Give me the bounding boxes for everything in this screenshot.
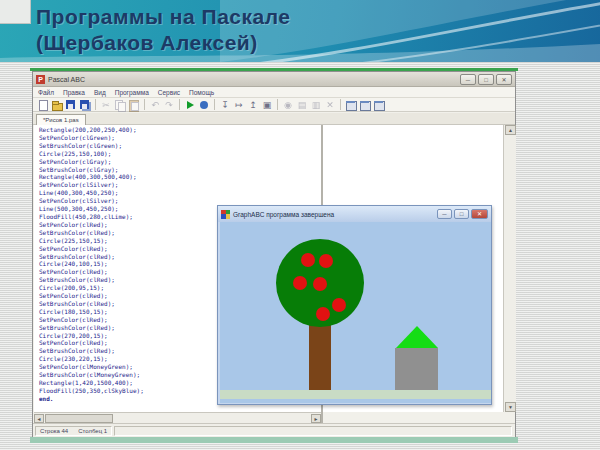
menu-item-1[interactable]: Правка (63, 89, 85, 96)
scroll-down-arrow-icon[interactable]: ▼ (505, 402, 516, 412)
code-line: SetPenColor(clGreen); (39, 134, 144, 142)
code-line: Rectangle(1,420,1500,400); (39, 379, 144, 387)
code-line: SetPenColor(clRed); (39, 292, 144, 300)
graph-close-button[interactable]: ✕ (471, 209, 488, 219)
window-arrange-icon[interactable] (373, 99, 385, 111)
code-line: SetBrushColor(clRed); (39, 300, 144, 308)
horizontal-scroll-thumb[interactable] (45, 414, 113, 423)
code-line: SetPenColor(clRed); (39, 339, 144, 347)
toolbar-separator (340, 99, 341, 110)
ide-menubar: ФайлПравкаВидПрограммаСервисПомощь (33, 87, 515, 97)
redo-icon[interactable]: ↷ (163, 99, 175, 111)
run-icon[interactable] (184, 99, 196, 111)
window-tile-icon[interactable] (359, 99, 371, 111)
apple (293, 276, 307, 290)
graphabc-title: GraphABC программа завершена (233, 211, 334, 218)
close-button[interactable]: ✕ (496, 74, 512, 85)
toolbar-separator (144, 99, 145, 110)
step-over-icon[interactable]: ↦ (233, 99, 245, 111)
code-line: FloodFill(250,350,clSkyBlue); (39, 387, 144, 395)
close-x-icon[interactable]: ✕ (324, 99, 336, 111)
graph-minimize-button[interactable]: ─ (437, 209, 452, 219)
apple (301, 253, 315, 267)
stop-icon[interactable] (198, 99, 210, 111)
step-into-icon[interactable]: ↧ (219, 99, 231, 111)
screenshot-bottom-edge (30, 437, 518, 443)
menu-item-4[interactable]: Сервис (158, 89, 180, 96)
ide-toolbar: ✂↶↷↧↦↥▣◉▤▥✕ (33, 97, 515, 112)
slide-title-line1: Программы на Паскале (36, 5, 290, 29)
sky-background (220, 222, 491, 403)
code-line: Line(400,300,450,250); (39, 189, 144, 197)
minimize-button[interactable]: ─ (460, 74, 476, 85)
run-to-cursor-icon[interactable]: ▣ (261, 99, 273, 111)
watch-icon[interactable]: ◉ (282, 99, 294, 111)
paste-icon[interactable] (128, 99, 140, 111)
status-line: Строка 44 (40, 428, 68, 434)
modules-icon[interactable]: ▥ (310, 99, 322, 111)
slide-corner-box (0, 0, 31, 24)
code-line: SetPenColor(clRed); (39, 245, 144, 253)
window-cascade-icon[interactable] (345, 99, 357, 111)
apple (313, 277, 327, 291)
toolbar-separator (214, 99, 215, 110)
new-file-icon[interactable] (37, 99, 49, 111)
scroll-left-arrow-icon[interactable]: ◄ (34, 414, 44, 423)
frames-icon[interactable]: ▤ (296, 99, 308, 111)
copy-icon[interactable] (114, 99, 126, 111)
undo-icon[interactable]: ↶ (149, 99, 161, 111)
save-all-icon[interactable] (79, 99, 91, 111)
open-file-icon[interactable] (51, 99, 63, 111)
code-line: Circle(180,150,15); (39, 308, 144, 316)
ide-screenshot: P Pascal ABC ─ □ ✕ ФайлПравкаВидПрограмм… (30, 68, 518, 443)
graphabc-window: GraphABC программа завершена ─ □ ✕ (217, 205, 492, 405)
code-line: Circle(270,200,15); (39, 332, 144, 340)
maximize-button[interactable]: □ (478, 74, 494, 85)
code-line: SetPenColor(clSilver); (39, 197, 144, 205)
code-text[interactable]: Rectangle(200,200,250,400);SetPenColor(c… (39, 126, 144, 403)
code-line: SetPenColor(clSilver); (39, 181, 144, 189)
apple (332, 298, 346, 312)
code-line: SetPenColor(clGray); (39, 158, 144, 166)
code-line: Line(500,300,450,250); (39, 205, 144, 213)
ide-tabbar: *Рисов 1.pas (33, 113, 515, 125)
code-line: Circle(230,220,15); (39, 355, 144, 363)
step-out-icon[interactable]: ↥ (247, 99, 259, 111)
menu-item-5[interactable]: Помощь (189, 89, 214, 96)
code-line: SetBrushColor(clGray); (39, 166, 144, 174)
graph-scene (220, 222, 491, 403)
scroll-right-arrow-icon[interactable]: ► (311, 414, 321, 423)
code-line: Rectangle(200,200,250,400); (39, 126, 144, 134)
graphabc-canvas (220, 222, 491, 403)
ide-titlebar[interactable]: P Pascal ABC ─ □ ✕ (33, 72, 515, 87)
vertical-scrollbar[interactable]: ▲ ▼ (503, 125, 516, 412)
graphabc-titlebar[interactable]: GraphABC программа завершена ─ □ ✕ (218, 206, 491, 222)
scroll-up-arrow-icon[interactable]: ▲ (505, 125, 516, 135)
code-line: Circle(225,150,15); (39, 237, 144, 245)
code-line: SetPenColor(clRed); (39, 268, 144, 276)
ide-window-title: Pascal ABC (48, 76, 85, 83)
slide-title-line2: (Щербаков Алексей) (36, 31, 258, 55)
code-line: SetBrushColor(clRed); (39, 324, 144, 332)
pascal-abc-app-icon: P (36, 75, 45, 84)
code-line: SetPenColor(clRed); (39, 221, 144, 229)
code-line: SetPenColor(clRed); (39, 316, 144, 324)
apple (316, 307, 330, 321)
apple (319, 254, 333, 268)
menu-item-2[interactable]: Вид (94, 89, 106, 96)
code-line: Circle(200,95,15); (39, 284, 144, 292)
graphabc-app-icon (221, 210, 230, 219)
graph-maximize-button[interactable]: □ (454, 209, 469, 219)
menu-item-0[interactable]: Файл (38, 89, 54, 96)
status-message-panel (114, 426, 512, 436)
save-icon[interactable] (65, 99, 77, 111)
cut-icon[interactable]: ✂ (100, 99, 112, 111)
status-column: Столбец 1 (78, 428, 107, 434)
toolbar-separator (95, 99, 96, 110)
menu-item-3[interactable]: Программа (115, 89, 149, 96)
code-line: SetPenColor(clMoneyGreen); (39, 363, 144, 371)
code-line: SetBrushColor(clRed); (39, 347, 144, 355)
horizontal-scrollbar[interactable]: ◄ ► (34, 412, 321, 423)
code-line: SetBrushColor(clGreen); (39, 142, 144, 150)
house-body (395, 348, 438, 390)
